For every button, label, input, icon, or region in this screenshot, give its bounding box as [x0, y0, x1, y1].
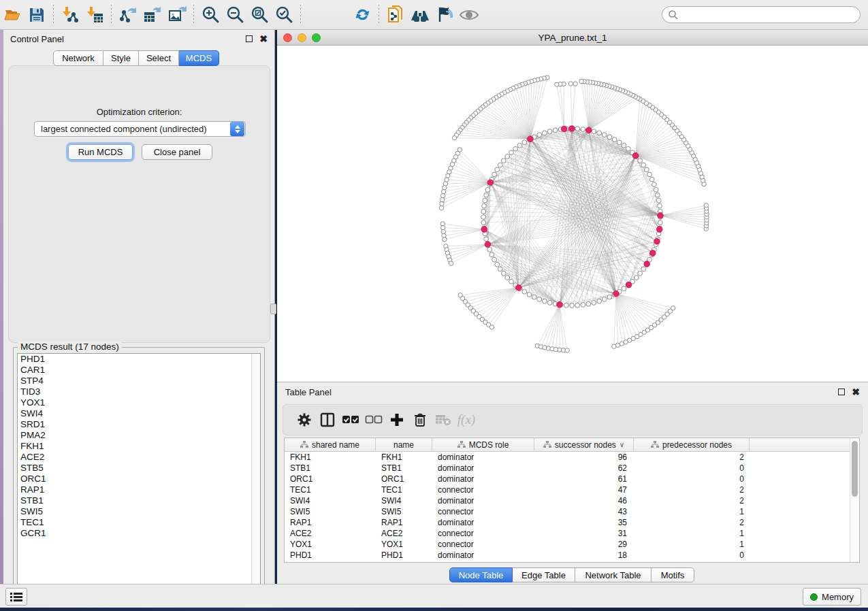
- table-cell: FKH1: [376, 452, 432, 462]
- close-panel-icon[interactable]: ✖: [259, 35, 268, 42]
- table-row[interactable]: ACE2ACE2connector311: [285, 528, 850, 539]
- hide-details-icon[interactable]: [434, 5, 455, 25]
- task-history-button[interactable]: [5, 588, 27, 606]
- refresh-icon[interactable]: [352, 5, 372, 25]
- network-window-titlebar[interactable]: YPA_prune.txt_1: [277, 30, 868, 46]
- deselect-all-icon[interactable]: [362, 410, 385, 430]
- tab-network-table[interactable]: Network Table: [575, 567, 652, 582]
- table-row[interactable]: FKH1FKH1dominator962: [285, 452, 850, 463]
- result-node-item[interactable]: STB5: [18, 463, 260, 474]
- table-cell: dominator: [432, 496, 534, 506]
- table-cell: PHD1: [285, 550, 376, 560]
- close-panel-button[interactable]: Close panel: [142, 144, 212, 160]
- tab-network[interactable]: Network: [53, 50, 103, 66]
- import-table-icon[interactable]: [84, 5, 105, 25]
- table-cell: 35: [534, 518, 634, 527]
- table-row[interactable]: PHD1PHD1dominator180: [285, 550, 850, 561]
- table-cell: 31: [534, 529, 634, 538]
- search-box[interactable]: [662, 6, 861, 23]
- eye-icon[interactable]: [459, 5, 479, 25]
- result-node-item[interactable]: TEC1: [18, 517, 260, 528]
- table-body: FKH1FKH1dominator962STB1STB1dominator620…: [285, 452, 850, 562]
- column-header-name[interactable]: name: [376, 438, 432, 451]
- run-mcds-button[interactable]: Run MCDS: [68, 144, 133, 160]
- desktop-background: [0, 608, 868, 611]
- split-panel-icon[interactable]: [316, 410, 339, 430]
- table-row[interactable]: STB1STB1dominator620: [285, 463, 850, 474]
- close-panel-icon[interactable]: ✖: [852, 389, 860, 395]
- table-row[interactable]: RAP1RAP1dominator352: [285, 517, 850, 528]
- gear-icon[interactable]: [293, 410, 316, 430]
- import-network-icon[interactable]: [60, 5, 80, 25]
- zoom-selected-icon[interactable]: [274, 5, 294, 25]
- table-scrollbar[interactable]: [850, 438, 859, 562]
- result-node-item[interactable]: YOX1: [18, 397, 260, 408]
- binoculars-icon[interactable]: [410, 5, 430, 25]
- export-network-icon[interactable]: [118, 5, 138, 25]
- column-header-MCDS-role[interactable]: MCDS role: [432, 438, 534, 451]
- network-canvas[interactable]: [277, 46, 868, 382]
- optimization-criterion-select[interactable]: largest connected component (undirected): [34, 121, 246, 137]
- mcds-result-list[interactable]: PHD1CAR1STP4TID3YOX1SWI4SRD1PMA2FKH1ACE2…: [17, 353, 261, 596]
- result-node-item[interactable]: PMA2: [18, 430, 260, 441]
- column-header-shared-name[interactable]: shared name: [285, 438, 376, 451]
- result-node-item[interactable]: FKH1: [18, 441, 260, 452]
- table-cell: 18: [534, 550, 634, 560]
- table-cell: 2: [634, 518, 750, 527]
- toolbar-separator: [193, 5, 194, 25]
- result-node-item[interactable]: STB1: [18, 495, 260, 506]
- zoom-in-icon[interactable]: [200, 5, 221, 25]
- share-network-document-icon[interactable]: [385, 5, 406, 25]
- result-node-item[interactable]: CAR1: [18, 365, 260, 376]
- delete-icon[interactable]: [408, 410, 432, 430]
- result-node-item[interactable]: ORC1: [18, 474, 260, 484]
- result-node-item[interactable]: SRD1: [18, 419, 260, 430]
- save-session-icon[interactable]: [27, 5, 47, 25]
- select-all-icon[interactable]: [339, 410, 362, 430]
- function-builder-icon[interactable]: f(x): [455, 410, 478, 430]
- zoom-fit-icon[interactable]: [249, 5, 270, 25]
- export-image-icon[interactable]: [167, 5, 187, 25]
- column-header-successor-nodes[interactable]: successor nodes∨: [534, 438, 634, 451]
- result-node-item[interactable]: GCR1: [18, 528, 260, 539]
- table-row[interactable]: SWI5SWI5connector431: [285, 506, 850, 517]
- table-cell: 0: [634, 474, 750, 484]
- split-pane-handle[interactable]: [270, 303, 276, 314]
- tab-node-table[interactable]: Node Table: [449, 567, 513, 582]
- float-panel-icon[interactable]: [246, 35, 253, 42]
- memory-button[interactable]: Memory: [803, 588, 861, 606]
- network-window-title: YPA_prune.txt_1: [277, 33, 868, 43]
- table-cell: connector: [432, 529, 534, 538]
- open-file-icon[interactable]: [2, 5, 22, 25]
- zoom-out-icon[interactable]: [225, 5, 245, 25]
- result-node-item[interactable]: STP4: [18, 376, 260, 386]
- destroy-table-icon[interactable]: [432, 410, 455, 430]
- table-row[interactable]: YOX1YOX1connector291: [285, 539, 850, 550]
- result-node-item[interactable]: PHD1: [18, 354, 260, 365]
- add-column-icon[interactable]: [385, 410, 408, 430]
- search-input[interactable]: [679, 8, 860, 22]
- table-row[interactable]: ORC1ORC1dominator610: [285, 474, 850, 484]
- table-row[interactable]: SWI4SWI4dominator462: [285, 495, 850, 506]
- result-node-item[interactable]: RAP1: [18, 484, 260, 495]
- tab-motifs[interactable]: Motifs: [652, 567, 694, 582]
- scrollbar-thumb[interactable]: [852, 441, 858, 497]
- export-table-icon[interactable]: [142, 5, 163, 25]
- table-cell: dominator: [432, 474, 534, 484]
- control-panel-tabs: NetworkStyleSelectMCDS: [53, 50, 219, 66]
- tab-mcds[interactable]: MCDS: [179, 50, 219, 66]
- table-cell: 47: [534, 485, 634, 495]
- control-panel: Control Panel ✖ NetworkStyleSelectMCDS O…: [3, 30, 275, 584]
- tab-select[interactable]: Select: [139, 50, 179, 66]
- result-list-scrollbar[interactable]: [251, 354, 260, 595]
- tab-style[interactable]: Style: [103, 50, 139, 66]
- result-node-item[interactable]: TID3: [18, 386, 260, 397]
- result-node-item[interactable]: SWI4: [18, 408, 260, 419]
- result-node-item[interactable]: SWI5: [18, 506, 260, 517]
- table-row[interactable]: TEC1TEC1connector472: [285, 484, 850, 495]
- result-node-item[interactable]: ACE2: [18, 452, 260, 463]
- column-header-predecessor-nodes[interactable]: predecessor nodes: [634, 438, 750, 451]
- tab-edge-table[interactable]: Edge Table: [513, 567, 575, 582]
- function-builder-label: f(x): [457, 412, 475, 427]
- float-panel-icon[interactable]: [838, 389, 845, 395]
